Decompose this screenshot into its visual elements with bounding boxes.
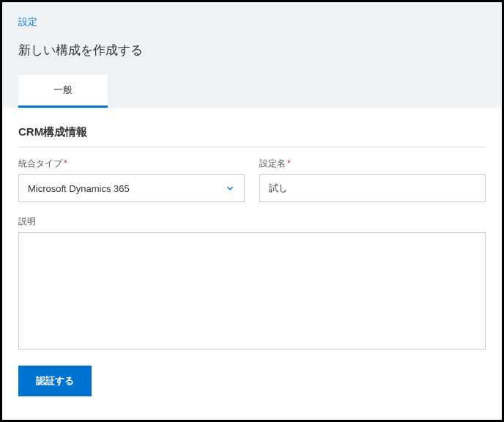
page-title: 新しい構成を作成する <box>18 42 486 59</box>
breadcrumb-settings[interactable]: 設定 <box>18 15 486 29</box>
description-textarea[interactable] <box>18 232 486 349</box>
chevron-down-icon <box>225 183 235 193</box>
integration-type-select[interactable]: Microsoft Dynamics 365 <box>18 174 245 202</box>
required-mark: * <box>64 158 67 169</box>
description-label: 説明 <box>18 215 486 228</box>
integration-type-label: 統合タイプ* <box>18 158 245 170</box>
tab-general[interactable]: 一般 <box>18 75 108 108</box>
integration-type-value: Microsoft Dynamics 365 <box>28 183 225 194</box>
authenticate-button[interactable]: 認証する <box>18 366 92 396</box>
config-name-input[interactable] <box>259 174 486 202</box>
required-mark: * <box>287 158 291 169</box>
tabs-container: 一般 <box>18 75 486 108</box>
section-title: CRM構成情報 <box>18 125 486 147</box>
content-area: CRM構成情報 統合タイプ* Microsoft Dynamics 365 設定… <box>2 108 502 414</box>
config-name-label: 設定名* <box>259 158 486 170</box>
